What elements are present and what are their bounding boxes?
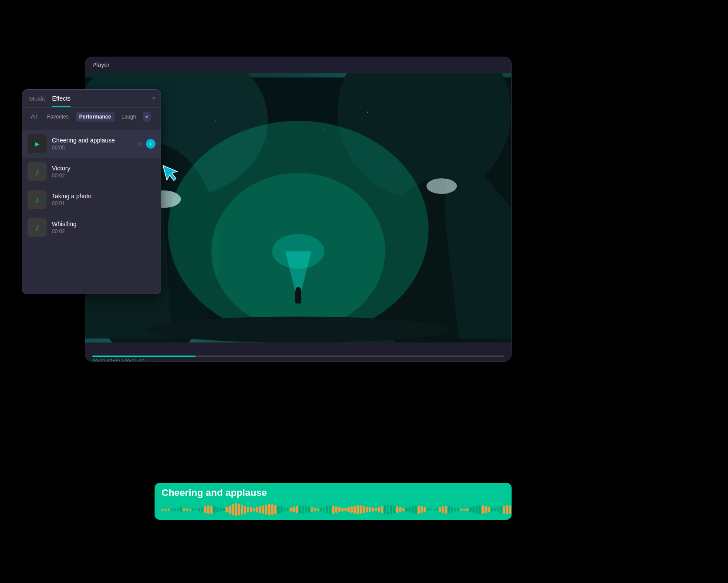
waveform-bar: [256, 507, 258, 512]
waveform-bar: [405, 508, 408, 512]
waveform-bar: [418, 506, 420, 514]
waveform-bar: [262, 505, 264, 514]
waveform-bar: [277, 506, 280, 514]
waveform-bar: [222, 508, 225, 511]
waveform-bar: [387, 505, 389, 515]
sound-icon: ♪: [27, 162, 47, 181]
player-titlebar: Player: [85, 57, 511, 73]
waveform-bar: [186, 508, 188, 511]
waveform-bar: [393, 506, 395, 514]
player-controls: 00:00:07:02 / 00:01:23: [85, 342, 511, 362]
waveform-bar: [274, 505, 276, 515]
waveform-bar: [326, 506, 328, 513]
waveform-bar: [320, 508, 322, 512]
waveform-bar: [177, 508, 179, 512]
sound-actions: ☆ +: [138, 139, 155, 149]
sound-duration: 00:01: [52, 200, 155, 207]
waveform-bar: [268, 504, 270, 515]
waveform-bar: [491, 508, 493, 512]
waveform-bar: [442, 506, 444, 512]
waveform-bar: [439, 507, 441, 512]
sound-item[interactable]: ♪ Victory 00:02: [22, 158, 161, 186]
waveform-bar: [497, 507, 499, 512]
svg-point-8: [426, 178, 457, 194]
waveform-bar: [411, 506, 414, 513]
waveform-bar: [174, 508, 176, 511]
sound-duration: 00:02: [52, 173, 155, 179]
waveform-bar: [357, 505, 359, 515]
waveform-bar: [457, 508, 459, 511]
add-to-timeline-button[interactable]: +: [146, 139, 155, 149]
filter-all[interactable]: All: [27, 112, 40, 122]
waveform-bar: [308, 507, 310, 512]
waveform-bar: [369, 507, 371, 512]
waveform-bar: [402, 508, 404, 511]
favorite-button[interactable]: ☆: [138, 140, 143, 147]
waveform-bar: [241, 505, 243, 515]
waveform-bar: [454, 508, 456, 512]
waveform-bar: [503, 506, 505, 514]
waveform-bar: [226, 507, 228, 512]
waveform-bar: [180, 507, 182, 512]
sound-name: Victory: [52, 165, 155, 172]
sound-item[interactable]: ▶ Cheering and applause 00:05 ☆ +: [22, 130, 161, 158]
waveform-bar: [168, 508, 170, 511]
waveform-bar: [363, 506, 365, 513]
waveform-bar: [290, 508, 292, 512]
waveform-bar: [427, 508, 429, 511]
waveform-bar: [280, 506, 283, 512]
sound-list: ▶ Cheering and applause 00:05 ☆ + ♪ Vict…: [22, 126, 161, 245]
waveform-bar: [165, 509, 167, 511]
waveform-bar: [494, 508, 496, 511]
filter-favorites[interactable]: Favorites: [44, 112, 72, 122]
player-title: Player: [92, 61, 110, 68]
waveform-bar: [323, 507, 325, 512]
tab-effects[interactable]: Effects: [52, 95, 71, 107]
sound-item[interactable]: ♪ Taking a photo 00:01: [22, 186, 161, 214]
sound-icon: ♪: [27, 218, 47, 237]
timeline-progress: [92, 356, 195, 357]
waveform-bar: [232, 504, 234, 515]
filter-more-dropdown[interactable]: ▾: [143, 112, 151, 122]
waveform-bar: [509, 505, 511, 514]
waveform-bar: [338, 507, 340, 512]
waveform-bar: [500, 506, 502, 512]
waveform-bar: [305, 506, 307, 512]
play-button[interactable]: ▶: [31, 138, 43, 150]
waveform-bar: [235, 503, 237, 517]
waveform-bar: [244, 506, 246, 514]
waveform-bar: [286, 508, 289, 511]
timeline[interactable]: [92, 356, 504, 357]
sound-item[interactable]: ♪ Whistling 00:02: [22, 214, 161, 241]
waveform-bar: [198, 508, 200, 511]
waveform-bar: [253, 508, 255, 512]
waveform-bar: [381, 506, 383, 513]
waveform-bar: [341, 508, 344, 512]
sound-info: Taking a photo 00:01: [52, 193, 155, 207]
waveform-bar: [216, 507, 219, 512]
filter-laugh[interactable]: Laugh: [118, 112, 139, 122]
panel-tabs: Music Effects «: [22, 90, 161, 108]
waveform-bar: [271, 504, 273, 515]
waveform-bar: [229, 506, 231, 514]
svg-point-17: [324, 129, 325, 130]
waveform-bar: [344, 508, 347, 511]
waveform-bar: [375, 508, 377, 511]
sound-info: Cheering and applause 00:05: [52, 137, 132, 151]
waveform-bar: [372, 508, 374, 512]
waveform-bar: [482, 505, 484, 514]
filter-performance[interactable]: Performance: [76, 112, 115, 122]
music-note-icon: ♪: [35, 167, 39, 177]
collapse-button[interactable]: «: [152, 94, 155, 101]
timeline-bar-label: Cheering and applause: [162, 487, 505, 498]
waveform-bar: [351, 506, 353, 512]
waveform-bar: [408, 507, 411, 512]
music-note-icon: ♪: [35, 195, 39, 205]
waveform-bar: [354, 506, 356, 514]
waveform-bar: [204, 506, 206, 513]
tab-music[interactable]: Music: [29, 95, 45, 107]
waveform-bar: [488, 507, 490, 512]
waveform-bar: [162, 509, 164, 511]
audio-timeline-bar: Cheering and applause: [155, 483, 512, 520]
waveform-bar: [302, 506, 304, 514]
